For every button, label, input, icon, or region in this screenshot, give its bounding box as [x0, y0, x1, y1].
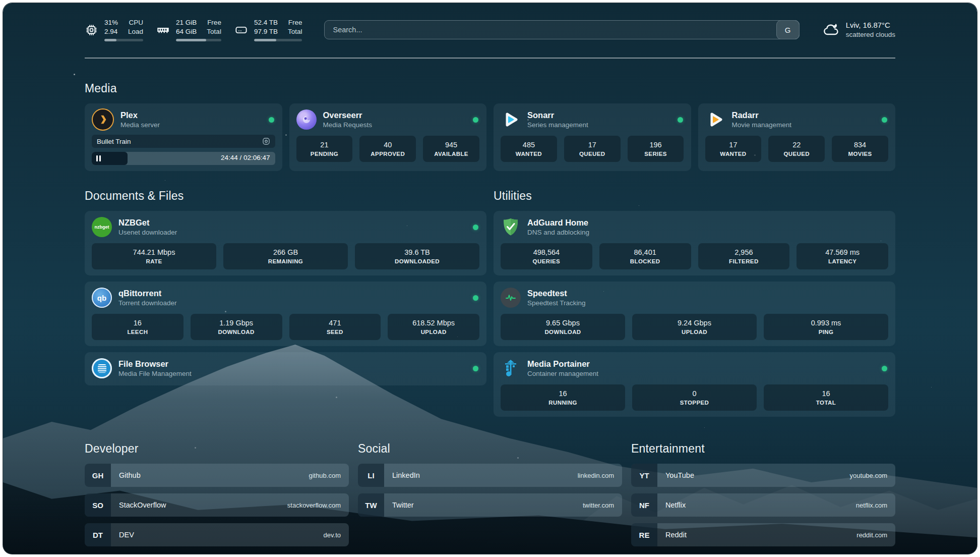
stat-value: 16	[504, 389, 622, 399]
memory-progress-bar	[176, 39, 221, 41]
service-card-portainer[interactable]: Media Portainer Container management 16 …	[494, 352, 895, 417]
bookmark-reddit[interactable]: RE Reddit reddit.com	[631, 523, 895, 546]
stat-value: 21	[299, 140, 350, 150]
bookmark-abbr: SO	[85, 493, 111, 517]
overseerr-icon	[296, 109, 317, 130]
plex-icon	[92, 108, 114, 131]
bookmark-name: YouTube	[657, 464, 850, 487]
bookmark-domain: linkedin.com	[578, 464, 622, 487]
resource-widgets: 31% 2.94 CPU Load	[85, 18, 302, 41]
bookmark-youtube[interactable]: YT YouTube youtube.com	[631, 464, 895, 487]
cpu-load-value: 2.94	[104, 27, 118, 36]
bookmark-github[interactable]: GH Github github.com	[85, 464, 349, 487]
service-card-plex[interactable]: Plex Media server Bullet Train 24:44 / 0…	[85, 103, 282, 171]
stat-value: 16	[95, 318, 180, 328]
stat-label: SEED	[292, 328, 378, 336]
bookmark-linkedin[interactable]: LI LinkedIn linkedin.com	[358, 464, 622, 487]
stat-label: AVAILABLE	[426, 150, 476, 158]
stat-value: 744.21 Mbps	[95, 248, 213, 257]
stat-label: RATE	[95, 257, 213, 265]
dashboard-window: 31% 2.94 CPU Load	[3, 3, 977, 554]
status-dot	[473, 117, 478, 123]
weather-location-temp: Lviv, 16.87°C	[846, 20, 895, 30]
bookmark-domain: reddit.com	[856, 523, 895, 546]
stat-label: BLOCKED	[602, 257, 688, 265]
stat-value: 196	[631, 140, 681, 150]
service-card-filebrowser[interactable]: File Browser Media File Management	[85, 352, 486, 385]
stat-value: 945	[426, 140, 476, 150]
header-divider	[85, 58, 895, 59]
service-card-sonarr[interactable]: Sonarr Series management 485 WANTED 17 Q…	[494, 103, 691, 171]
stat-series: 196 SERIES	[628, 136, 684, 162]
card-title: NZBGet	[118, 217, 466, 228]
bookmark-domain: youtube.com	[850, 464, 895, 487]
stat-latency: 47.569 ms LATENCY	[797, 243, 888, 269]
memory-icon	[156, 23, 170, 37]
speedtest-icon	[501, 288, 521, 308]
bookmark-abbr: TW	[358, 493, 384, 517]
service-card-overseerr[interactable]: Overseerr Media Requests 21 PENDING 40 A…	[289, 103, 487, 171]
stat-queries: 498,564 QUERIES	[501, 243, 592, 269]
section-title-utilities: Utilities	[494, 189, 895, 203]
status-dot	[473, 295, 478, 301]
stat-value: 39.6 TB	[358, 248, 476, 257]
service-card-nzbget[interactable]: nzbget NZBGet Usenet downloader 744.21 M…	[85, 211, 486, 275]
section-title-social: Social	[358, 442, 622, 456]
status-dot	[269, 117, 274, 123]
bookmark-dev[interactable]: DT DEV dev.to	[85, 523, 349, 546]
disk-total-value: 97.9 TB	[254, 27, 278, 36]
cpu-progress-bar	[104, 39, 143, 41]
stat-label: QUEUED	[771, 150, 822, 158]
search-input[interactable]	[324, 20, 799, 39]
stat-download: 1.19 Gbps DOWNLOAD	[191, 314, 282, 340]
card-subtitle: Media File Management	[118, 369, 466, 378]
card-subtitle: Movie management	[732, 121, 876, 130]
service-card-adguard[interactable]: AdGuard Home DNS and adblocking 498,564 …	[494, 211, 895, 275]
search-engine-button[interactable]: G	[776, 20, 800, 39]
cpu-load-label: Load	[128, 27, 143, 36]
bookmark-abbr: NF	[631, 493, 657, 517]
bookmark-name: Reddit	[657, 523, 856, 546]
card-subtitle: Series management	[527, 121, 671, 130]
service-card-speedtest[interactable]: Speedtest Speedtest Tracking 9.65 Gbps D…	[494, 282, 895, 346]
stat-value: 17	[708, 140, 759, 150]
now-playing-row: Bullet Train	[92, 135, 275, 148]
card-title: Media Portainer	[527, 359, 875, 369]
bookmark-name: Github	[111, 464, 309, 487]
nzbget-icon: nzbget	[92, 217, 112, 237]
stat-value: 0	[635, 389, 754, 399]
bookmark-netflix[interactable]: NF Netflix netflix.com	[631, 493, 895, 517]
cloud-icon	[822, 21, 840, 39]
stat-value: 22	[771, 140, 822, 150]
stat-rate: 744.21 Mbps RATE	[92, 243, 216, 269]
now-playing-title: Bullet Train	[97, 138, 262, 145]
bookmark-domain: netflix.com	[856, 493, 895, 517]
bookmark-twitter[interactable]: TW Twitter twitter.com	[358, 493, 622, 517]
playback-progress-bar[interactable]: 24:44 / 02:06:47	[92, 152, 275, 165]
stat-pending: 21 PENDING	[296, 136, 353, 162]
media-disc-icon	[262, 137, 270, 145]
search-bar: G	[324, 20, 799, 39]
weather-widget[interactable]: Lviv, 16.87°C scattered clouds	[822, 20, 895, 39]
nzbget-icon-text: nzbget	[95, 225, 109, 230]
card-subtitle: Container management	[527, 369, 875, 378]
bookmark-name: Netflix	[657, 493, 856, 517]
weather-condition: scattered clouds	[846, 30, 895, 39]
stat-label: QUERIES	[504, 257, 589, 265]
stat-value: 498,564	[504, 248, 589, 257]
stat-value: 16	[767, 389, 885, 399]
stat-label: DOWNLOAD	[504, 328, 622, 336]
service-card-radarr[interactable]: Radarr Movie management 17 WANTED 22 QUE…	[698, 103, 896, 171]
memory-free-value: 21 GiB	[176, 18, 197, 27]
bookmark-domain: stackoverflow.com	[287, 493, 349, 517]
service-card-qbittorrent[interactable]: qb qBittorrent Torrent downloader 16	[85, 282, 486, 346]
stat-stopped: 0 STOPPED	[632, 384, 757, 411]
stat-approved: 40 APPROVED	[359, 136, 416, 162]
card-subtitle: Usenet downloader	[118, 228, 466, 237]
memory-total-value: 64 GiB	[176, 27, 197, 36]
stat-upload: 618.52 Mbps UPLOAD	[388, 314, 479, 340]
card-title: qBittorrent	[118, 288, 466, 299]
bookmark-stackoverflow[interactable]: SO StackOverflow stackoverflow.com	[85, 493, 349, 517]
stat-label: APPROVED	[362, 150, 413, 158]
stat-queued: 22 QUEUED	[768, 136, 825, 162]
